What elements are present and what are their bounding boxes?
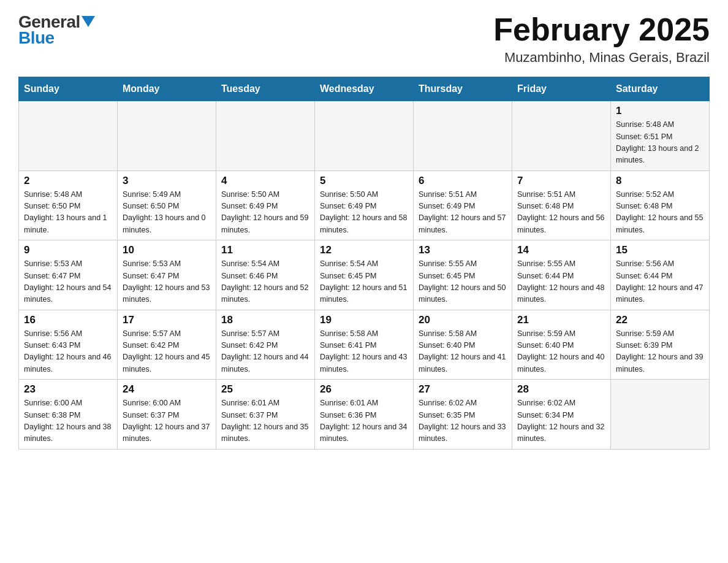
main-title: February 2025 xyxy=(493,12,710,47)
day-number: 10 xyxy=(123,244,211,256)
day-info: Sunrise: 5:56 AMSunset: 6:43 PMDaylight:… xyxy=(24,328,112,376)
calendar-cell xyxy=(118,101,216,171)
day-info: Sunrise: 5:54 AMSunset: 6:46 PMDaylight:… xyxy=(221,258,309,306)
day-info: Sunrise: 5:58 AMSunset: 6:40 PMDaylight:… xyxy=(419,328,507,376)
calendar-cell xyxy=(611,380,710,450)
day-info: Sunrise: 5:57 AMSunset: 6:42 PMDaylight:… xyxy=(221,328,309,376)
calendar-cell xyxy=(315,101,414,171)
calendar-cell: 5Sunrise: 5:50 AMSunset: 6:49 PMDaylight… xyxy=(315,170,414,240)
calendar-header-sunday: Sunday xyxy=(19,77,118,101)
logo-blue-text: Blue xyxy=(18,28,55,48)
day-info: Sunrise: 6:02 AMSunset: 6:34 PMDaylight:… xyxy=(517,397,605,445)
calendar-week-row: 23Sunrise: 6:00 AMSunset: 6:38 PMDayligh… xyxy=(19,380,710,450)
calendar-cell: 2Sunrise: 5:48 AMSunset: 6:50 PMDaylight… xyxy=(19,170,118,240)
day-number: 15 xyxy=(616,244,704,256)
calendar-cell: 12Sunrise: 5:54 AMSunset: 6:45 PMDayligh… xyxy=(315,240,414,310)
calendar-cell: 11Sunrise: 5:54 AMSunset: 6:46 PMDayligh… xyxy=(216,240,315,310)
calendar-cell: 28Sunrise: 6:02 AMSunset: 6:34 PMDayligh… xyxy=(512,380,611,450)
calendar-header-saturday: Saturday xyxy=(611,77,710,101)
day-info: Sunrise: 5:57 AMSunset: 6:42 PMDaylight:… xyxy=(123,328,211,376)
calendar-header-thursday: Thursday xyxy=(414,77,512,101)
day-info: Sunrise: 5:52 AMSunset: 6:48 PMDaylight:… xyxy=(616,189,704,237)
calendar-cell xyxy=(19,101,118,171)
calendar-header-wednesday: Wednesday xyxy=(315,77,414,101)
day-number: 19 xyxy=(320,314,408,326)
day-number: 18 xyxy=(221,314,309,326)
day-info: Sunrise: 5:59 AMSunset: 6:39 PMDaylight:… xyxy=(616,328,704,376)
calendar-header-friday: Friday xyxy=(512,77,611,101)
calendar-cell xyxy=(414,101,512,171)
day-number: 9 xyxy=(24,244,112,256)
calendar-cell: 6Sunrise: 5:51 AMSunset: 6:49 PMDaylight… xyxy=(414,170,512,240)
calendar-week-row: 2Sunrise: 5:48 AMSunset: 6:50 PMDaylight… xyxy=(19,170,710,240)
calendar-cell: 19Sunrise: 5:58 AMSunset: 6:41 PMDayligh… xyxy=(315,310,414,380)
calendar-cell: 3Sunrise: 5:49 AMSunset: 6:50 PMDaylight… xyxy=(118,170,216,240)
calendar-week-row: 16Sunrise: 5:56 AMSunset: 6:43 PMDayligh… xyxy=(19,310,710,380)
day-number: 26 xyxy=(320,383,408,396)
subtitle: Muzambinho, Minas Gerais, Brazil xyxy=(493,50,710,66)
calendar-cell: 1Sunrise: 5:48 AMSunset: 6:51 PMDaylight… xyxy=(611,101,710,171)
logo: General Blue xyxy=(18,12,95,48)
day-number: 12 xyxy=(320,244,408,256)
calendar-cell: 16Sunrise: 5:56 AMSunset: 6:43 PMDayligh… xyxy=(19,310,118,380)
day-info: Sunrise: 6:01 AMSunset: 6:36 PMDaylight:… xyxy=(320,397,408,445)
calendar-cell: 7Sunrise: 5:51 AMSunset: 6:48 PMDaylight… xyxy=(512,170,611,240)
calendar-week-row: 1Sunrise: 5:48 AMSunset: 6:51 PMDaylight… xyxy=(19,101,710,171)
logo-arrow-icon xyxy=(82,16,95,27)
day-info: Sunrise: 5:48 AMSunset: 6:51 PMDaylight:… xyxy=(616,119,704,167)
svg-marker-0 xyxy=(82,16,95,27)
calendar-cell: 17Sunrise: 5:57 AMSunset: 6:42 PMDayligh… xyxy=(118,310,216,380)
day-number: 13 xyxy=(419,244,507,256)
calendar-cell: 10Sunrise: 5:53 AMSunset: 6:47 PMDayligh… xyxy=(118,240,216,310)
calendar-week-row: 9Sunrise: 5:53 AMSunset: 6:47 PMDaylight… xyxy=(19,240,710,310)
day-info: Sunrise: 6:01 AMSunset: 6:37 PMDaylight:… xyxy=(221,397,309,445)
day-info: Sunrise: 6:00 AMSunset: 6:38 PMDaylight:… xyxy=(24,397,112,445)
day-number: 7 xyxy=(517,175,605,187)
day-number: 6 xyxy=(419,175,507,187)
calendar-cell: 26Sunrise: 6:01 AMSunset: 6:36 PMDayligh… xyxy=(315,380,414,450)
calendar-cell: 27Sunrise: 6:02 AMSunset: 6:35 PMDayligh… xyxy=(414,380,512,450)
calendar-cell: 21Sunrise: 5:59 AMSunset: 6:40 PMDayligh… xyxy=(512,310,611,380)
title-block: February 2025 Muzambinho, Minas Gerais, … xyxy=(493,12,710,66)
calendar-cell: 13Sunrise: 5:55 AMSunset: 6:45 PMDayligh… xyxy=(414,240,512,310)
day-number: 24 xyxy=(123,383,211,396)
day-info: Sunrise: 5:51 AMSunset: 6:49 PMDaylight:… xyxy=(419,189,507,237)
calendar-table: SundayMondayTuesdayWednesdayThursdayFrid… xyxy=(18,77,710,450)
day-number: 2 xyxy=(24,175,112,187)
day-info: Sunrise: 5:50 AMSunset: 6:49 PMDaylight:… xyxy=(221,189,309,237)
day-info: Sunrise: 5:55 AMSunset: 6:44 PMDaylight:… xyxy=(517,258,605,306)
day-number: 5 xyxy=(320,175,408,187)
page-header: General Blue February 2025 Muzambinho, M… xyxy=(18,12,710,66)
day-info: Sunrise: 6:00 AMSunset: 6:37 PMDaylight:… xyxy=(123,397,211,445)
calendar-cell: 23Sunrise: 6:00 AMSunset: 6:38 PMDayligh… xyxy=(19,380,118,450)
day-number: 3 xyxy=(123,175,211,187)
day-info: Sunrise: 5:53 AMSunset: 6:47 PMDaylight:… xyxy=(24,258,112,306)
day-number: 23 xyxy=(24,383,112,396)
day-number: 1 xyxy=(616,105,704,117)
day-info: Sunrise: 5:48 AMSunset: 6:50 PMDaylight:… xyxy=(24,189,112,237)
day-number: 28 xyxy=(517,383,605,396)
calendar-cell xyxy=(512,101,611,171)
calendar-cell xyxy=(216,101,315,171)
day-info: Sunrise: 5:58 AMSunset: 6:41 PMDaylight:… xyxy=(320,328,408,376)
calendar-cell: 24Sunrise: 6:00 AMSunset: 6:37 PMDayligh… xyxy=(118,380,216,450)
day-info: Sunrise: 5:49 AMSunset: 6:50 PMDaylight:… xyxy=(123,189,211,237)
calendar-cell: 4Sunrise: 5:50 AMSunset: 6:49 PMDaylight… xyxy=(216,170,315,240)
day-number: 21 xyxy=(517,314,605,326)
calendar-header-tuesday: Tuesday xyxy=(216,77,315,101)
day-number: 27 xyxy=(419,383,507,396)
calendar-cell: 22Sunrise: 5:59 AMSunset: 6:39 PMDayligh… xyxy=(611,310,710,380)
day-number: 8 xyxy=(616,175,704,187)
day-info: Sunrise: 5:50 AMSunset: 6:49 PMDaylight:… xyxy=(320,189,408,237)
day-number: 22 xyxy=(616,314,704,326)
calendar-cell: 9Sunrise: 5:53 AMSunset: 6:47 PMDaylight… xyxy=(19,240,118,310)
day-info: Sunrise: 5:53 AMSunset: 6:47 PMDaylight:… xyxy=(123,258,211,306)
day-number: 11 xyxy=(221,244,309,256)
day-info: Sunrise: 5:59 AMSunset: 6:40 PMDaylight:… xyxy=(517,328,605,376)
calendar-cell: 8Sunrise: 5:52 AMSunset: 6:48 PMDaylight… xyxy=(611,170,710,240)
day-number: 17 xyxy=(123,314,211,326)
day-info: Sunrise: 5:51 AMSunset: 6:48 PMDaylight:… xyxy=(517,189,605,237)
calendar-header-monday: Monday xyxy=(118,77,216,101)
day-number: 16 xyxy=(24,314,112,326)
day-number: 4 xyxy=(221,175,309,187)
